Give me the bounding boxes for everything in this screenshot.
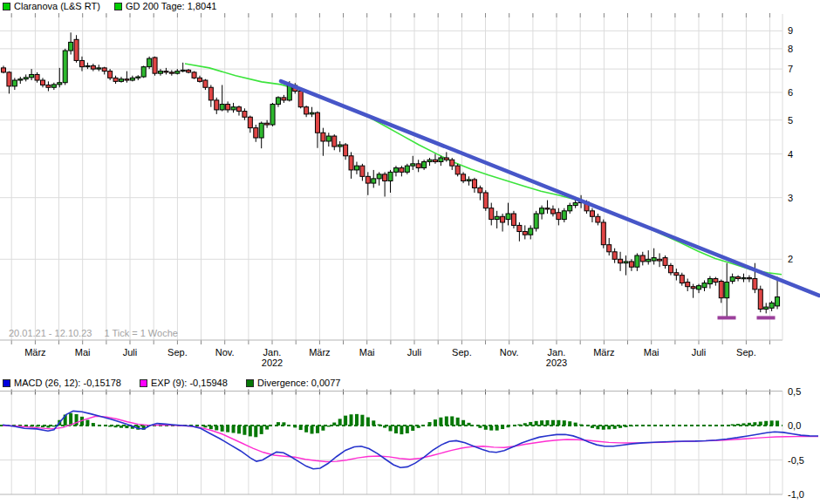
divergence-bar	[602, 426, 605, 430]
divergence-bar	[249, 426, 252, 436]
divergence-bar	[776, 420, 779, 426]
x-axis-label: März	[24, 347, 45, 358]
divergence-bar	[753, 422, 756, 426]
support-mark	[757, 316, 776, 319]
downtrend-line	[281, 81, 819, 296]
candle-up	[646, 259, 651, 262]
candle-down	[321, 133, 325, 141]
divergence-bar	[316, 426, 319, 433]
candle-up	[287, 85, 291, 100]
divergence-bar	[445, 416, 448, 426]
period-range: 20.01.21 - 12.10.23	[9, 328, 92, 338]
divergence-bar	[215, 426, 218, 430]
divergence-bar	[327, 426, 331, 426]
x-axis-label: Jan.	[263, 347, 282, 358]
x-axis-label: Sep.	[736, 347, 756, 358]
divergence-bar	[540, 420, 543, 426]
divergence-bar	[434, 419, 437, 426]
candle-down	[483, 193, 488, 208]
divergence-bar	[41, 426, 44, 427]
candle-up	[702, 283, 707, 288]
candle-up	[769, 303, 774, 308]
divergence-bar	[372, 420, 375, 426]
divergence-bar	[321, 426, 325, 431]
candle-down	[298, 92, 303, 107]
candle-up	[411, 164, 415, 166]
candle-up	[85, 65, 90, 66]
candle-up	[181, 70, 185, 71]
candle-down	[349, 156, 353, 170]
gd200-line	[185, 64, 782, 275]
candle-down	[208, 87, 213, 100]
divergence-bar	[428, 422, 432, 426]
divergence-bar	[759, 422, 762, 426]
candle-down	[607, 245, 612, 252]
divergence-bar	[36, 426, 39, 426]
x-axis-label: Sep.	[452, 347, 472, 358]
candle-down	[758, 289, 762, 310]
candle-down	[545, 208, 550, 209]
candle-down	[668, 265, 673, 272]
divergence-bar	[456, 418, 460, 426]
candle-down	[450, 160, 454, 166]
candle-up	[30, 74, 34, 77]
x-axis-year-label: 2023	[546, 358, 567, 368]
candle-down	[691, 287, 695, 289]
candle-down	[7, 72, 11, 86]
y-axis-label: 5	[788, 115, 793, 126]
candle-up	[24, 78, 28, 79]
x-axis-label: Mai	[359, 347, 375, 358]
candle-up	[231, 107, 236, 110]
candle-up	[158, 72, 162, 74]
candle-down	[187, 70, 191, 72]
candle-down	[332, 136, 337, 146]
candle-up	[141, 67, 146, 77]
candle-down	[236, 107, 241, 112]
candle-down	[416, 164, 420, 168]
candle-up	[220, 105, 224, 110]
divergence-bar	[484, 426, 488, 430]
divergence-bar	[557, 420, 560, 426]
candle-down	[501, 216, 505, 222]
support-mark	[718, 316, 736, 319]
divergence-bar	[260, 426, 263, 434]
candle-up	[372, 179, 376, 183]
candle-down	[629, 262, 633, 267]
candle-down	[517, 225, 522, 231]
candle-up	[136, 77, 140, 78]
chart-canvas	[0, 0, 820, 504]
exp-series-label: EXP (9): -0,15948	[151, 378, 228, 388]
divergence-bar	[579, 425, 583, 426]
divergence-bar	[439, 418, 442, 426]
divergence-bar	[523, 423, 527, 426]
candle-down	[108, 72, 113, 78]
divergence-bar	[625, 426, 628, 427]
candle-up	[97, 68, 101, 69]
divergence-bar	[489, 426, 493, 431]
candle-down	[113, 78, 118, 81]
divergence-bar	[299, 426, 303, 430]
divergence-bar	[282, 422, 285, 426]
candle-up	[635, 255, 639, 267]
divergence-bar	[277, 422, 280, 426]
x-axis-year-label: 2022	[262, 358, 283, 368]
divergence-bar	[535, 421, 538, 426]
divergence-bar	[770, 420, 774, 426]
macd-series-label: MACD (26, 12): -0,15178	[14, 378, 121, 388]
candle-up	[540, 208, 544, 214]
candle-down	[265, 123, 270, 125]
candle-down	[366, 176, 370, 183]
tick-interval: 1 Tick = 1 Woche	[104, 328, 177, 338]
divergence-bar	[736, 424, 740, 426]
candle-down	[400, 168, 404, 173]
candle-down	[304, 107, 309, 114]
x-axis-label: Sep.	[167, 347, 188, 358]
divergence-bar	[120, 426, 123, 428]
candle-down	[46, 85, 51, 87]
candle-up	[764, 307, 769, 309]
divergence-series-label: Divergence: 0,0077	[257, 378, 340, 388]
candle-down	[226, 105, 230, 110]
candle-down	[590, 211, 594, 216]
divergence-bar	[468, 423, 471, 426]
candle-down	[596, 216, 600, 222]
